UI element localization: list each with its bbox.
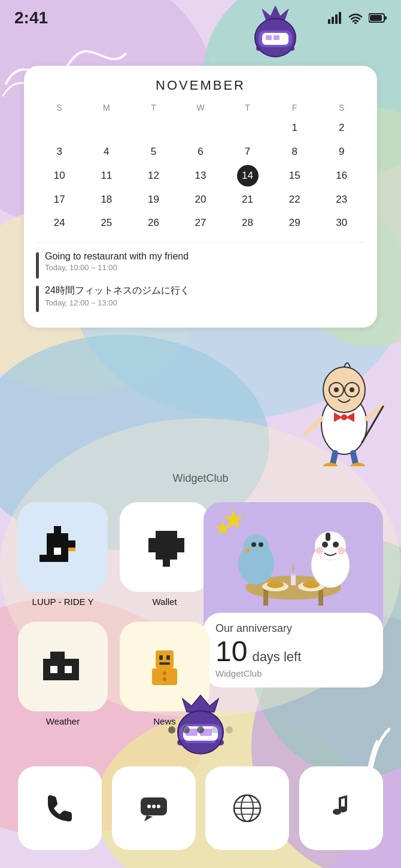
- svg-point-145: [339, 806, 347, 812]
- page-dots: [0, 726, 401, 733]
- event-text: Going to restaurant with my friend Today…: [45, 251, 189, 272]
- cal-day-7[interactable]: 7: [224, 141, 271, 163]
- svg-rect-75: [170, 552, 177, 560]
- cal-day-28[interactable]: 28: [224, 212, 271, 234]
- cal-day-21[interactable]: 21: [224, 189, 271, 210]
- safari-app[interactable]: [205, 766, 289, 850]
- cal-day-19[interactable]: 19: [130, 189, 177, 210]
- svg-point-133: [147, 805, 151, 808]
- event-1: Going to restaurant with my friend Today…: [36, 251, 365, 279]
- cal-day-25[interactable]: 25: [83, 212, 130, 234]
- svg-rect-48: [47, 540, 54, 548]
- wallet-icon: [138, 520, 192, 574]
- event-2: 24時間フィットネスのジムに行く Today, 12:00 ~ 13:00: [36, 285, 365, 312]
- svg-rect-52: [47, 548, 54, 555]
- music-app[interactable]: [299, 766, 383, 850]
- cal-day-15[interactable]: 15: [271, 165, 318, 187]
- svg-rect-69: [177, 545, 184, 552]
- svg-rect-114: [57, 673, 65, 680]
- svg-rect-109: [57, 666, 65, 673]
- svg-rect-121: [152, 668, 177, 685]
- cal-day-27[interactable]: 27: [177, 212, 224, 234]
- svg-rect-68: [170, 538, 177, 545]
- cal-day-20[interactable]: 20: [177, 189, 224, 210]
- svg-point-95: [333, 542, 339, 548]
- widgetclub-label: WidgetClub: [0, 472, 401, 485]
- cal-day-9[interactable]: 9: [318, 141, 365, 163]
- svg-point-96: [316, 547, 323, 554]
- weather-app-wrap[interactable]: Weather: [18, 622, 108, 726]
- cal-day-26[interactable]: 26: [130, 212, 177, 234]
- svg-point-99: [291, 573, 296, 576]
- cal-day-14-today[interactable]: 14: [237, 165, 259, 187]
- svg-rect-51: [68, 540, 75, 548]
- cal-day-18[interactable]: 18: [83, 189, 130, 210]
- weather-app-icon[interactable]: [18, 622, 108, 711]
- cal-day[interactable]: [130, 117, 177, 139]
- svg-rect-111: [72, 666, 79, 673]
- anniversary-illustration: [203, 502, 383, 613]
- cal-day-24[interactable]: 24: [36, 212, 83, 234]
- svg-rect-63: [170, 531, 177, 538]
- cal-day-29[interactable]: 29: [271, 212, 318, 234]
- svg-point-36: [350, 387, 354, 392]
- globe-icon: [229, 790, 265, 826]
- svg-rect-104: [57, 659, 65, 666]
- messages-app[interactable]: [112, 766, 196, 850]
- svg-rect-44: [54, 526, 61, 533]
- svg-rect-25: [370, 15, 382, 21]
- svg-point-122: [163, 671, 166, 675]
- svg-rect-98: [291, 574, 296, 585]
- luup-app-wrap[interactable]: LUUP - RIDE Y: [18, 502, 108, 607]
- cal-day-11[interactable]: 11: [83, 165, 130, 187]
- wallet-app-icon[interactable]: [120, 502, 209, 592]
- svg-rect-21: [335, 14, 338, 24]
- svg-rect-107: [43, 666, 50, 673]
- cal-day-16[interactable]: 16: [318, 165, 365, 187]
- cal-day-30[interactable]: 30: [318, 212, 365, 234]
- svg-rect-22: [339, 12, 341, 24]
- svg-point-97: [338, 547, 345, 554]
- svg-rect-119: [166, 655, 170, 660]
- cal-day-10[interactable]: 10: [36, 165, 83, 187]
- cal-day-4[interactable]: 4: [83, 141, 130, 163]
- calendar-grid: S M T W T F S 1 2 3 4 5 6 7 8 9 10 11 12…: [36, 100, 365, 234]
- cal-day-12[interactable]: 12: [130, 165, 177, 187]
- wallet-app-wrap[interactable]: Wallet: [120, 502, 209, 607]
- cal-day-23[interactable]: 23: [318, 189, 365, 210]
- svg-point-134: [152, 805, 156, 808]
- cal-day-13[interactable]: 13: [177, 165, 224, 187]
- status-icons: [328, 12, 387, 24]
- phone-app[interactable]: [18, 766, 102, 850]
- svg-rect-61: [156, 531, 163, 538]
- cal-day[interactable]: [36, 117, 83, 139]
- dow-mon: M: [83, 100, 130, 115]
- svg-rect-102: [43, 659, 50, 666]
- news-icon: [138, 640, 192, 693]
- cal-day[interactable]: [177, 117, 224, 139]
- svg-rect-19: [328, 19, 330, 24]
- cal-day-6[interactable]: 6: [177, 141, 224, 163]
- cal-day-2[interactable]: 2: [318, 117, 365, 139]
- svg-point-85: [303, 581, 320, 588]
- svg-rect-47: [61, 533, 68, 540]
- cal-day-8[interactable]: 8: [271, 141, 318, 163]
- dow-tue: T: [130, 100, 177, 115]
- svg-rect-53: [54, 548, 61, 555]
- svg-rect-80: [263, 588, 268, 606]
- svg-rect-15: [274, 35, 280, 40]
- cal-day-22[interactable]: 22: [271, 189, 318, 210]
- cal-day-5[interactable]: 5: [130, 141, 177, 163]
- svg-rect-110: [65, 666, 72, 673]
- wifi-icon: [348, 12, 363, 24]
- svg-rect-118: [159, 655, 163, 660]
- svg-rect-65: [148, 545, 156, 552]
- svg-rect-142: [345, 796, 347, 808]
- cal-day-1[interactable]: 1: [271, 117, 318, 139]
- svg-rect-115: [65, 673, 72, 680]
- cal-day[interactable]: [83, 117, 130, 139]
- cal-day-17[interactable]: 17: [36, 189, 83, 210]
- cal-day-3[interactable]: 3: [36, 141, 83, 163]
- luup-app-icon[interactable]: [18, 502, 108, 592]
- cal-day[interactable]: [224, 117, 271, 139]
